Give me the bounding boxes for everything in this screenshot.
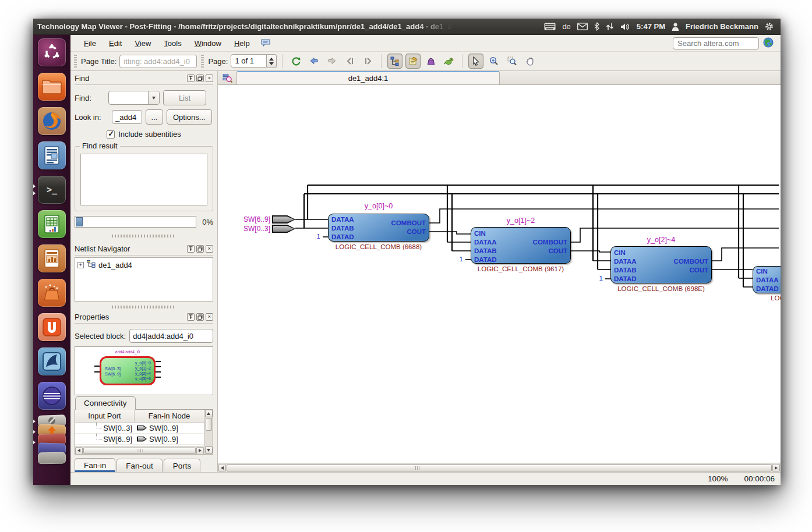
menu-file[interactable]: File (77, 36, 103, 51)
scroll-up-icon[interactable] (205, 410, 213, 417)
launcher-icon-terminal[interactable]: >_ (38, 176, 66, 204)
tab-fan-out[interactable]: Fan-out (116, 459, 163, 472)
block-preview[interactable]: add4:add4_i0 SW[0..3] SW[6..9] y_o[0]~0 (75, 346, 213, 395)
feedback-bubble-icon[interactable] (261, 38, 270, 48)
list-button[interactable]: List (163, 90, 206, 105)
close-icon[interactable]: × (206, 75, 213, 82)
scroll-right-icon[interactable] (196, 447, 204, 455)
logic-cell-block[interactable]: CIN DATAA DATAD (753, 266, 781, 293)
options-button[interactable]: Options... (167, 109, 212, 125)
launcher-icon-dash[interactable] (38, 38, 66, 66)
page-spinner[interactable]: 1 of 1 (231, 54, 277, 68)
scroll-right-icon[interactable] (772, 464, 780, 471)
search-input[interactable] (673, 37, 759, 49)
launcher-icon-wireshark[interactable] (38, 347, 66, 375)
user-menu[interactable]: Friedrich Beckmann (686, 22, 758, 31)
clock[interactable]: 5:47 PM (637, 22, 665, 31)
launcher-icon-ubuntu-one[interactable] (38, 313, 66, 341)
netlist-navigator-toggle[interactable] (387, 54, 403, 69)
netlist-tree[interactable]: + de1_add4 (75, 257, 213, 302)
network-updown-icon[interactable] (606, 23, 614, 31)
pan-tool-button[interactable] (522, 54, 538, 69)
launcher-icon-calc[interactable] (38, 210, 66, 238)
input-pin-label[interactable]: SW[0..3] (226, 225, 270, 233)
zoom-in-tool-button[interactable] (486, 54, 502, 69)
pin-icon[interactable] (187, 75, 195, 82)
page-title-field[interactable]: itting: add4:add4_i0 (119, 55, 197, 68)
float-icon[interactable] (196, 245, 204, 253)
dock-splitter[interactable] (75, 304, 213, 309)
find-result-box[interactable] (80, 154, 207, 205)
pin-icon[interactable] (187, 245, 195, 253)
pin-icon[interactable] (187, 313, 195, 321)
tab-fan-in[interactable]: Fan-in (75, 458, 115, 472)
canvas-tab-de1-add4[interactable]: de1_add4:1 (236, 71, 500, 84)
float-icon[interactable] (196, 75, 204, 82)
menu-window[interactable]: Window (188, 36, 228, 51)
bluetooth-icon[interactable] (594, 22, 599, 31)
bundle-button[interactable] (423, 54, 439, 69)
menu-edit[interactable]: Edit (103, 36, 128, 51)
logic-cell-block[interactable]: DATAA DATAB DATAD COMBOUT COUT (328, 214, 429, 242)
keyboard-icon[interactable] (544, 23, 556, 30)
bird-button[interactable] (442, 54, 457, 69)
find-combo[interactable] (108, 91, 160, 105)
previous-page-button[interactable] (343, 54, 358, 69)
table-h-scrollbar[interactable] (75, 446, 204, 454)
column-input-port[interactable]: Input Port (75, 410, 135, 422)
close-icon[interactable]: × (206, 245, 213, 253)
page-spinner-buttons[interactable] (267, 54, 277, 68)
properties-toggle[interactable] (405, 54, 421, 69)
scroll-left-icon[interactable] (218, 464, 226, 471)
zoom-selection-tool-button[interactable] (504, 54, 520, 69)
combo-dropdown-icon[interactable] (148, 91, 159, 104)
scroll-down-icon[interactable] (205, 446, 213, 454)
float-icon[interactable] (196, 313, 204, 321)
table-v-scrollbar[interactable] (204, 410, 213, 454)
back-button[interactable] (306, 54, 322, 69)
page-spinner-value[interactable]: 1 of 1 (231, 54, 267, 68)
look-in-field[interactable]: _add4 (112, 110, 142, 124)
menu-view[interactable]: View (128, 36, 157, 51)
menu-tools[interactable]: Tools (157, 36, 188, 51)
schematic-canvas[interactable]: SW[6..9] SW[0..3] y_o[0]~0 DATAA DATAB D… (218, 85, 781, 463)
select-tool-button[interactable] (468, 54, 483, 69)
input-pin-label[interactable]: SW[6..9] (226, 215, 270, 224)
tree-item-de1-add4[interactable]: + de1_add4 (77, 260, 210, 269)
scroll-left-icon[interactable] (75, 447, 83, 455)
launcher-icon-firefox[interactable] (38, 107, 66, 135)
include-subentities-checkbox[interactable] (107, 130, 115, 139)
keyboard-layout-indicator[interactable]: de (562, 22, 570, 31)
toolbar-grip[interactable] (201, 55, 204, 68)
launcher-icon-files[interactable] (38, 73, 66, 101)
refresh-button[interactable] (288, 54, 303, 69)
volume-icon[interactable] (620, 23, 630, 31)
close-icon[interactable]: × (206, 313, 213, 321)
toolbar-grip[interactable] (74, 55, 77, 68)
selected-block-field[interactable]: dd4|add4:add4_i0 (129, 329, 213, 343)
column-fanin-node[interactable]: Fan-in Node (135, 410, 204, 422)
tree-item-label[interactable]: de1_add4 (98, 261, 132, 269)
next-page-button[interactable] (361, 54, 376, 69)
dock-splitter[interactable] (75, 233, 213, 238)
logic-cell-block[interactable]: CIN DATAA DATAB DATAD COMBOUT COUT (471, 227, 571, 264)
tree-expander-icon[interactable]: + (77, 262, 84, 268)
logic-cell-block[interactable]: CIN DATAA DATAB DATAD COMBOUT COUT (610, 246, 712, 283)
launcher-icon-software-center[interactable] (38, 279, 66, 307)
launcher-icon-writer[interactable] (38, 141, 66, 169)
launcher-icon-eclipse[interactable] (38, 382, 66, 410)
menu-help[interactable]: Help (228, 36, 256, 51)
forward-button[interactable] (324, 54, 340, 69)
launcher-icon-impress[interactable] (38, 244, 66, 272)
preview-selected-block[interactable]: SW[0..3] SW[6..9] y_o[0]~0 y_o[1]~2 y_o[… (100, 356, 156, 385)
tab-ports[interactable]: Ports (164, 459, 201, 472)
globe-icon[interactable] (763, 37, 774, 49)
table-row[interactable]: SW[6..9] SW[0..9] (75, 434, 204, 445)
table-row[interactable]: SW[0..3] SW[0..9] (75, 423, 204, 434)
connectivity-tab[interactable]: Connectivity (75, 396, 136, 410)
canvas-h-scrollbar[interactable] (218, 463, 781, 472)
mail-icon[interactable] (577, 23, 588, 30)
launcher-icon-app-stack[interactable] (36, 415, 68, 469)
browse-button[interactable]: ... (146, 109, 163, 125)
session-gear-icon[interactable] (765, 22, 774, 31)
